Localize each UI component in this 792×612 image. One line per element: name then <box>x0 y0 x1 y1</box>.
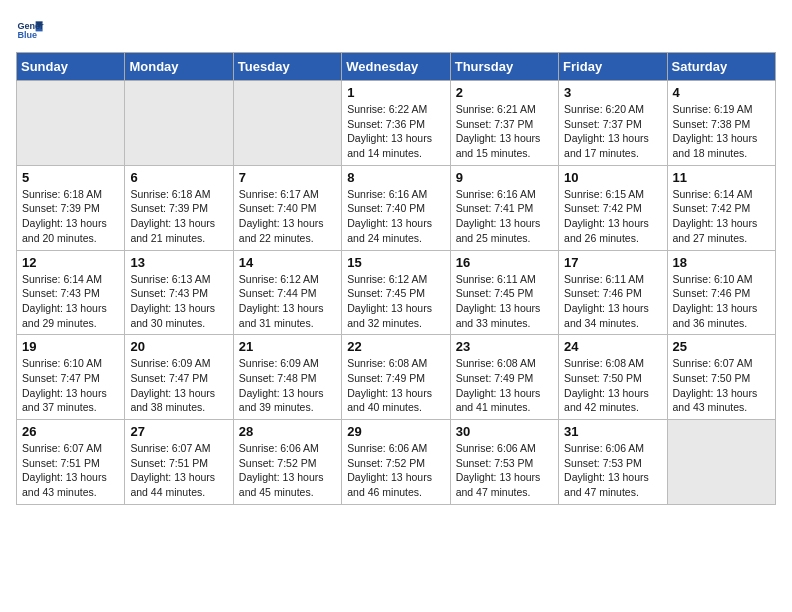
page-header: General Blue <box>16 16 776 44</box>
svg-text:General: General <box>17 21 44 31</box>
weekday-header-tuesday: Tuesday <box>233 53 341 81</box>
weekday-header-saturday: Saturday <box>667 53 775 81</box>
calendar-cell: 3Sunrise: 6:20 AM Sunset: 7:37 PM Daylig… <box>559 81 667 166</box>
calendar-cell: 13Sunrise: 6:13 AM Sunset: 7:43 PM Dayli… <box>125 250 233 335</box>
logo: General Blue <box>16 16 46 44</box>
day-info: Sunrise: 6:10 AM Sunset: 7:46 PM Dayligh… <box>673 272 770 331</box>
calendar-cell <box>125 81 233 166</box>
calendar-week-4: 19Sunrise: 6:10 AM Sunset: 7:47 PM Dayli… <box>17 335 776 420</box>
day-number: 3 <box>564 85 661 100</box>
calendar-week-1: 1Sunrise: 6:22 AM Sunset: 7:36 PM Daylig… <box>17 81 776 166</box>
calendar-cell: 5Sunrise: 6:18 AM Sunset: 7:39 PM Daylig… <box>17 165 125 250</box>
calendar-week-5: 26Sunrise: 6:07 AM Sunset: 7:51 PM Dayli… <box>17 420 776 505</box>
calendar-cell: 25Sunrise: 6:07 AM Sunset: 7:50 PM Dayli… <box>667 335 775 420</box>
weekday-header-row: SundayMondayTuesdayWednesdayThursdayFrid… <box>17 53 776 81</box>
day-info: Sunrise: 6:06 AM Sunset: 7:52 PM Dayligh… <box>239 441 336 500</box>
day-info: Sunrise: 6:20 AM Sunset: 7:37 PM Dayligh… <box>564 102 661 161</box>
svg-text:Blue: Blue <box>17 30 37 40</box>
day-info: Sunrise: 6:13 AM Sunset: 7:43 PM Dayligh… <box>130 272 227 331</box>
day-number: 23 <box>456 339 553 354</box>
calendar-cell: 16Sunrise: 6:11 AM Sunset: 7:45 PM Dayli… <box>450 250 558 335</box>
calendar-cell: 30Sunrise: 6:06 AM Sunset: 7:53 PM Dayli… <box>450 420 558 505</box>
calendar-week-2: 5Sunrise: 6:18 AM Sunset: 7:39 PM Daylig… <box>17 165 776 250</box>
day-number: 1 <box>347 85 444 100</box>
calendar-cell: 6Sunrise: 6:18 AM Sunset: 7:39 PM Daylig… <box>125 165 233 250</box>
calendar-cell: 11Sunrise: 6:14 AM Sunset: 7:42 PM Dayli… <box>667 165 775 250</box>
day-number: 7 <box>239 170 336 185</box>
day-number: 15 <box>347 255 444 270</box>
day-info: Sunrise: 6:12 AM Sunset: 7:45 PM Dayligh… <box>347 272 444 331</box>
day-number: 2 <box>456 85 553 100</box>
calendar-table: SundayMondayTuesdayWednesdayThursdayFrid… <box>16 52 776 505</box>
calendar-cell: 21Sunrise: 6:09 AM Sunset: 7:48 PM Dayli… <box>233 335 341 420</box>
day-info: Sunrise: 6:08 AM Sunset: 7:49 PM Dayligh… <box>347 356 444 415</box>
day-number: 21 <box>239 339 336 354</box>
calendar-cell: 23Sunrise: 6:08 AM Sunset: 7:49 PM Dayli… <box>450 335 558 420</box>
day-info: Sunrise: 6:19 AM Sunset: 7:38 PM Dayligh… <box>673 102 770 161</box>
calendar-cell: 20Sunrise: 6:09 AM Sunset: 7:47 PM Dayli… <box>125 335 233 420</box>
day-info: Sunrise: 6:22 AM Sunset: 7:36 PM Dayligh… <box>347 102 444 161</box>
day-number: 18 <box>673 255 770 270</box>
calendar-cell: 17Sunrise: 6:11 AM Sunset: 7:46 PM Dayli… <box>559 250 667 335</box>
day-info: Sunrise: 6:18 AM Sunset: 7:39 PM Dayligh… <box>22 187 119 246</box>
calendar-cell: 28Sunrise: 6:06 AM Sunset: 7:52 PM Dayli… <box>233 420 341 505</box>
day-number: 20 <box>130 339 227 354</box>
day-info: Sunrise: 6:12 AM Sunset: 7:44 PM Dayligh… <box>239 272 336 331</box>
day-info: Sunrise: 6:09 AM Sunset: 7:48 PM Dayligh… <box>239 356 336 415</box>
calendar-cell: 31Sunrise: 6:06 AM Sunset: 7:53 PM Dayli… <box>559 420 667 505</box>
day-info: Sunrise: 6:17 AM Sunset: 7:40 PM Dayligh… <box>239 187 336 246</box>
calendar-cell: 18Sunrise: 6:10 AM Sunset: 7:46 PM Dayli… <box>667 250 775 335</box>
logo-icon: General Blue <box>16 16 44 44</box>
day-number: 28 <box>239 424 336 439</box>
day-number: 13 <box>130 255 227 270</box>
day-number: 29 <box>347 424 444 439</box>
weekday-header-thursday: Thursday <box>450 53 558 81</box>
day-info: Sunrise: 6:14 AM Sunset: 7:42 PM Dayligh… <box>673 187 770 246</box>
day-number: 27 <box>130 424 227 439</box>
day-info: Sunrise: 6:11 AM Sunset: 7:46 PM Dayligh… <box>564 272 661 331</box>
calendar-cell: 9Sunrise: 6:16 AM Sunset: 7:41 PM Daylig… <box>450 165 558 250</box>
day-number: 9 <box>456 170 553 185</box>
weekday-header-sunday: Sunday <box>17 53 125 81</box>
calendar-cell: 8Sunrise: 6:16 AM Sunset: 7:40 PM Daylig… <box>342 165 450 250</box>
day-info: Sunrise: 6:11 AM Sunset: 7:45 PM Dayligh… <box>456 272 553 331</box>
day-info: Sunrise: 6:08 AM Sunset: 7:50 PM Dayligh… <box>564 356 661 415</box>
weekday-header-monday: Monday <box>125 53 233 81</box>
day-info: Sunrise: 6:15 AM Sunset: 7:42 PM Dayligh… <box>564 187 661 246</box>
day-info: Sunrise: 6:10 AM Sunset: 7:47 PM Dayligh… <box>22 356 119 415</box>
day-number: 19 <box>22 339 119 354</box>
day-number: 8 <box>347 170 444 185</box>
calendar-cell: 4Sunrise: 6:19 AM Sunset: 7:38 PM Daylig… <box>667 81 775 166</box>
calendar-cell: 14Sunrise: 6:12 AM Sunset: 7:44 PM Dayli… <box>233 250 341 335</box>
day-number: 12 <box>22 255 119 270</box>
calendar-cell <box>17 81 125 166</box>
calendar-cell: 2Sunrise: 6:21 AM Sunset: 7:37 PM Daylig… <box>450 81 558 166</box>
day-info: Sunrise: 6:07 AM Sunset: 7:51 PM Dayligh… <box>22 441 119 500</box>
calendar-cell: 24Sunrise: 6:08 AM Sunset: 7:50 PM Dayli… <box>559 335 667 420</box>
day-number: 17 <box>564 255 661 270</box>
day-number: 6 <box>130 170 227 185</box>
day-number: 10 <box>564 170 661 185</box>
day-number: 4 <box>673 85 770 100</box>
day-number: 14 <box>239 255 336 270</box>
calendar-cell: 19Sunrise: 6:10 AM Sunset: 7:47 PM Dayli… <box>17 335 125 420</box>
day-info: Sunrise: 6:06 AM Sunset: 7:53 PM Dayligh… <box>564 441 661 500</box>
day-info: Sunrise: 6:09 AM Sunset: 7:47 PM Dayligh… <box>130 356 227 415</box>
day-info: Sunrise: 6:14 AM Sunset: 7:43 PM Dayligh… <box>22 272 119 331</box>
day-info: Sunrise: 6:06 AM Sunset: 7:52 PM Dayligh… <box>347 441 444 500</box>
calendar-cell: 26Sunrise: 6:07 AM Sunset: 7:51 PM Dayli… <box>17 420 125 505</box>
calendar-cell: 22Sunrise: 6:08 AM Sunset: 7:49 PM Dayli… <box>342 335 450 420</box>
calendar-cell: 7Sunrise: 6:17 AM Sunset: 7:40 PM Daylig… <box>233 165 341 250</box>
day-info: Sunrise: 6:16 AM Sunset: 7:41 PM Dayligh… <box>456 187 553 246</box>
calendar-cell: 27Sunrise: 6:07 AM Sunset: 7:51 PM Dayli… <box>125 420 233 505</box>
day-number: 26 <box>22 424 119 439</box>
day-info: Sunrise: 6:06 AM Sunset: 7:53 PM Dayligh… <box>456 441 553 500</box>
calendar-cell: 1Sunrise: 6:22 AM Sunset: 7:36 PM Daylig… <box>342 81 450 166</box>
day-number: 5 <box>22 170 119 185</box>
calendar-week-3: 12Sunrise: 6:14 AM Sunset: 7:43 PM Dayli… <box>17 250 776 335</box>
day-number: 30 <box>456 424 553 439</box>
day-info: Sunrise: 6:08 AM Sunset: 7:49 PM Dayligh… <box>456 356 553 415</box>
weekday-header-friday: Friday <box>559 53 667 81</box>
day-number: 31 <box>564 424 661 439</box>
day-info: Sunrise: 6:21 AM Sunset: 7:37 PM Dayligh… <box>456 102 553 161</box>
